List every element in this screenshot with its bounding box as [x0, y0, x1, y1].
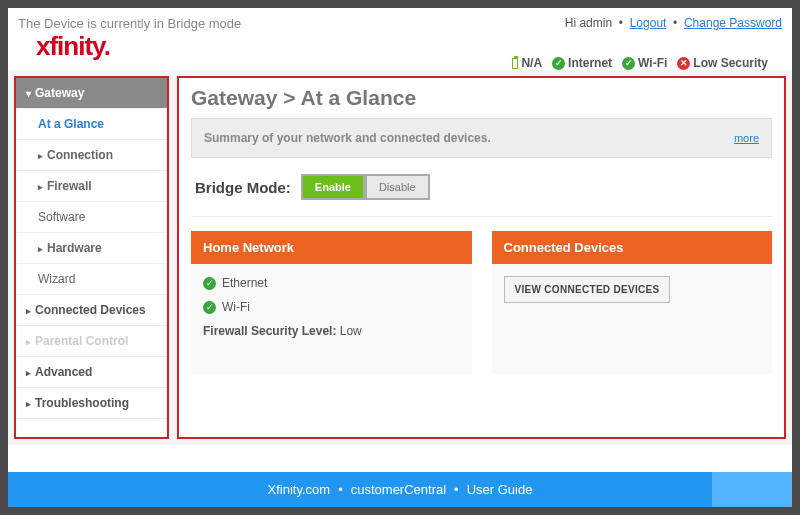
- battery-icon: [512, 58, 518, 69]
- connected-devices-panel: Connected Devices VIEW CONNECTED DEVICES: [492, 231, 773, 374]
- wifi-status: ✓ Wi-Fi: [203, 300, 460, 314]
- home-network-header: Home Network: [191, 231, 472, 264]
- logout-link[interactable]: Logout: [630, 16, 667, 30]
- sidebar-item-connected-devices[interactable]: Connected Devices: [16, 295, 167, 326]
- sidebar-item-troubleshooting[interactable]: Troubleshooting: [16, 388, 167, 419]
- bridge-mode-row: Bridge Mode: Enable Disable: [191, 158, 772, 217]
- summary-box: Summary of your network and connected de…: [191, 118, 772, 158]
- sidebar-item-at-a-glance[interactable]: At a Glance: [16, 109, 167, 140]
- bridge-mode-label: Bridge Mode:: [195, 179, 291, 196]
- view-connected-devices-button[interactable]: VIEW CONNECTED DEVICES: [504, 276, 671, 303]
- status-internet: ✓ Internet: [552, 56, 612, 70]
- status-security: ✕ Low Security: [677, 56, 768, 70]
- more-link[interactable]: more: [734, 132, 759, 144]
- change-password-link[interactable]: Change Password: [684, 16, 782, 30]
- sidebar-item-parental-control[interactable]: Parental Control: [16, 326, 167, 357]
- sidebar-item-gateway[interactable]: Gateway: [16, 78, 167, 109]
- user-links: Hi admin • Logout • Change Password: [565, 16, 782, 31]
- disable-button[interactable]: Disable: [365, 174, 430, 200]
- sidebar: Gateway At a Glance Connection Firewall …: [14, 76, 169, 439]
- firewall-level: Firewall Security Level: Low: [203, 324, 460, 338]
- main-content: Gateway > At a Glance Summary of your ne…: [177, 76, 786, 439]
- user-greeting: Hi admin: [565, 16, 612, 30]
- footer-link-userguide[interactable]: User Guide: [467, 482, 533, 497]
- sidebar-item-firewall[interactable]: Firewall: [16, 171, 167, 202]
- xfinity-logo: xfinity.: [36, 31, 110, 61]
- check-icon: ✓: [552, 57, 565, 70]
- footer-link-xfinity[interactable]: Xfinity.com: [268, 482, 331, 497]
- x-icon: ✕: [677, 57, 690, 70]
- check-icon: ✓: [622, 57, 635, 70]
- sidebar-item-software[interactable]: Software: [16, 202, 167, 233]
- page-title: Gateway > At a Glance: [191, 86, 772, 110]
- sidebar-item-wizard[interactable]: Wizard: [16, 264, 167, 295]
- status-wifi: ✓ Wi-Fi: [622, 56, 667, 70]
- bridge-mode-message: The Device is currently in Bridge mode: [18, 16, 241, 31]
- check-icon: ✓: [203, 277, 216, 290]
- footer-action-button[interactable]: [712, 472, 792, 507]
- footer-link-customercentral[interactable]: customerCentral: [351, 482, 446, 497]
- sidebar-item-hardware[interactable]: Hardware: [16, 233, 167, 264]
- sidebar-item-connection[interactable]: Connection: [16, 140, 167, 171]
- footer: Xfinity.com • customerCentral • User Gui…: [8, 472, 792, 507]
- check-icon: ✓: [203, 301, 216, 314]
- summary-text: Summary of your network and connected de…: [204, 131, 491, 145]
- sidebar-item-advanced[interactable]: Advanced: [16, 357, 167, 388]
- enable-button[interactable]: Enable: [301, 174, 365, 200]
- connected-devices-header: Connected Devices: [492, 231, 773, 264]
- ethernet-status: ✓ Ethernet: [203, 276, 460, 290]
- status-row: N/A ✓ Internet ✓ Wi-Fi ✕ Low Security: [512, 50, 780, 70]
- home-network-panel: Home Network ✓ Ethernet ✓ Wi-Fi: [191, 231, 472, 374]
- status-na: N/A: [512, 56, 542, 70]
- bridge-toggle: Enable Disable: [301, 174, 430, 200]
